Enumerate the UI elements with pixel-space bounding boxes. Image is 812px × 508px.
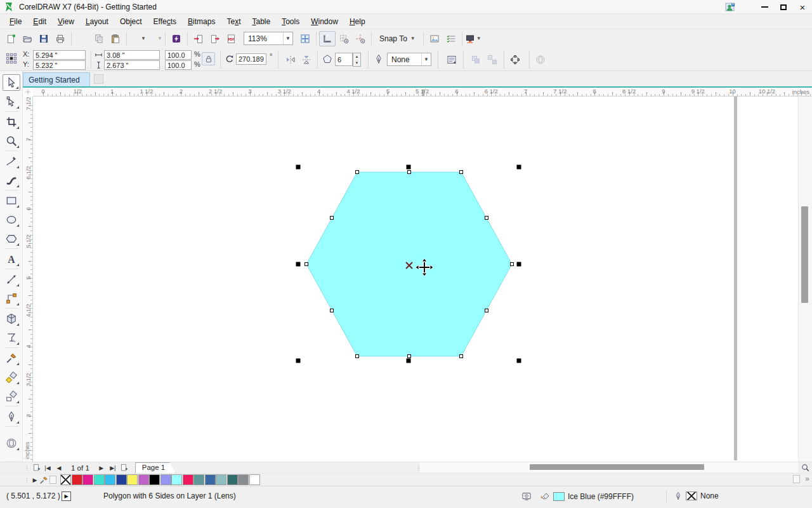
palette-eyedropper-button[interactable] [39, 475, 48, 485]
vertical-scrollbar-thumb[interactable] [801, 206, 808, 303]
new-document-button[interactable] [3, 31, 19, 46]
swatch-no-color[interactable] [60, 474, 71, 485]
paste-button[interactable] [107, 31, 124, 46]
menu-tools[interactable]: Tools [276, 15, 305, 28]
fill-tool[interactable] [3, 388, 20, 404]
polygon-node[interactable] [460, 171, 463, 174]
zoom-dropdown-icon[interactable]: ▼ [283, 32, 292, 44]
palette-options-button[interactable] [793, 475, 800, 483]
new-tab-button[interactable] [94, 74, 103, 84]
polygon-tool[interactable] [3, 231, 20, 247]
customize-button[interactable] [443, 31, 459, 46]
menu-object[interactable]: Object [114, 15, 148, 28]
selection-handle[interactable] [407, 165, 411, 170]
page-1-tab[interactable]: Page 1 [135, 462, 176, 473]
mirror-vertical-button[interactable] [299, 52, 314, 67]
color-swatch-fbf25f[interactable] [127, 474, 138, 485]
color-swatch-3a68a2[interactable] [205, 474, 216, 485]
document-tab[interactable]: Getting Started [23, 72, 90, 86]
publish-pdf-button[interactable] [223, 31, 240, 46]
close-button[interactable]: × [793, 1, 812, 13]
selection-handle[interactable] [517, 165, 521, 170]
polygon-sides-spinner[interactable]: ▲▼ [353, 53, 361, 67]
polygon-sides-field[interactable]: 6 [335, 53, 353, 66]
dropdown-icon[interactable]: ▼ [476, 36, 481, 41]
application-launcher-button[interactable]: ▼ [465, 31, 481, 46]
smart-fill-tool[interactable] [3, 369, 20, 385]
rectangle-tool[interactable] [3, 192, 20, 209]
horizontal-scrollbar-thumb[interactable] [530, 464, 704, 470]
outline-width-combo[interactable]: None ▼ [387, 53, 431, 66]
color-swatch-f0195e[interactable] [183, 474, 193, 485]
color-proof-button[interactable] [521, 491, 532, 502]
color-swatch-bf63c9[interactable] [138, 474, 149, 485]
dropdown-icon[interactable]: ▼ [157, 36, 162, 41]
vertical-scrollbar[interactable] [798, 97, 812, 462]
selected-hexagon[interactable] [306, 172, 512, 356]
dropdown-icon[interactable]: ▼ [141, 36, 146, 41]
selection-handle[interactable] [517, 359, 521, 363]
menu-bitmaps[interactable]: Bitmaps [182, 15, 221, 28]
polygon-node[interactable] [408, 171, 411, 174]
combo-dropdown-icon[interactable]: ▼ [421, 53, 431, 65]
freehand-tool[interactable] [3, 153, 20, 170]
show-grid-button[interactable] [336, 31, 352, 46]
menu-layout[interactable]: Layout [80, 15, 114, 28]
horizontal-ruler[interactable]: inches01/211 1/222 1/233 1/244 1/255 1/2… [33, 88, 812, 97]
y-position-field[interactable]: 5.232 " [33, 60, 86, 70]
spinner-down-icon[interactable]: ▼ [355, 60, 359, 67]
connector-tool[interactable] [3, 290, 20, 307]
menu-table[interactable]: Table [246, 15, 276, 28]
selection-handle[interactable] [517, 262, 521, 267]
palette-expand-button[interactable]: » [805, 474, 809, 483]
color-swatch-20409a[interactable] [116, 474, 127, 485]
spinner-up-icon[interactable]: ▲ [355, 53, 359, 60]
object-origin-selector[interactable] [5, 52, 18, 65]
first-page-button[interactable]: |◀ [42, 463, 53, 473]
shape-tool[interactable] [3, 93, 20, 110]
import-button[interactable] [190, 31, 207, 46]
navigator-button[interactable] [798, 462, 812, 473]
minimize-button[interactable] [755, 1, 774, 13]
status-flyout-button[interactable]: ▶ [62, 491, 71, 501]
undo-button[interactable]: ▼ [129, 31, 146, 46]
polygon-node[interactable] [408, 355, 411, 358]
outline-pen-tool[interactable] [3, 408, 20, 425]
color-swatch-33beef[interactable] [105, 474, 115, 485]
show-rulers-button[interactable] [319, 31, 336, 46]
snap-to-button[interactable]: Snap To▼ [374, 32, 421, 45]
pick-tool[interactable] [3, 74, 20, 91]
options-button[interactable] [426, 31, 443, 46]
color-swatch-e01e26[interactable] [72, 474, 82, 485]
outline-color-well[interactable]: None [674, 491, 719, 500]
color-swatch-9595f2[interactable] [160, 474, 171, 485]
zoom-tool[interactable] [3, 133, 20, 149]
color-swatch-8fbec0[interactable] [216, 474, 226, 485]
selection-handle[interactable] [407, 359, 411, 363]
polygon-node[interactable] [485, 309, 488, 312]
color-swatch-ffffff[interactable] [249, 474, 260, 485]
color-swatch-99ffff[interactable] [171, 474, 182, 485]
artistic-media-tool[interactable] [3, 172, 20, 189]
color-swatch-5f9898[interactable] [193, 474, 204, 485]
polygon-node[interactable] [485, 217, 488, 220]
color-swatch-3fe0d0[interactable] [94, 474, 105, 485]
last-page-button[interactable]: ▶| [107, 463, 119, 473]
next-page-button[interactable]: ▶ [96, 463, 107, 473]
polygon-node[interactable] [305, 263, 308, 266]
cut-button[interactable] [74, 31, 91, 46]
ellipse-tool[interactable] [3, 211, 20, 228]
text-tool[interactable] [3, 251, 20, 267]
scale-horizontal-field[interactable]: 100.0 [165, 50, 192, 60]
crop-tool[interactable] [3, 114, 20, 130]
color-swatch-000000[interactable] [149, 474, 160, 485]
color-swatch-8a8d8f[interactable] [238, 474, 249, 485]
vertical-ruler[interactable]: inches7 1/276 1/265 1/254 1/243 1/23 [23, 97, 33, 462]
add-page-end-button[interactable] [119, 463, 130, 473]
selection-handle[interactable] [296, 359, 301, 363]
sign-in-button[interactable] [722, 1, 738, 13]
polygon-node[interactable] [511, 263, 514, 266]
interactive-fill-tool[interactable] [3, 435, 20, 451]
convert-to-curves-button[interactable] [508, 52, 523, 67]
menu-file[interactable]: File [4, 15, 27, 28]
